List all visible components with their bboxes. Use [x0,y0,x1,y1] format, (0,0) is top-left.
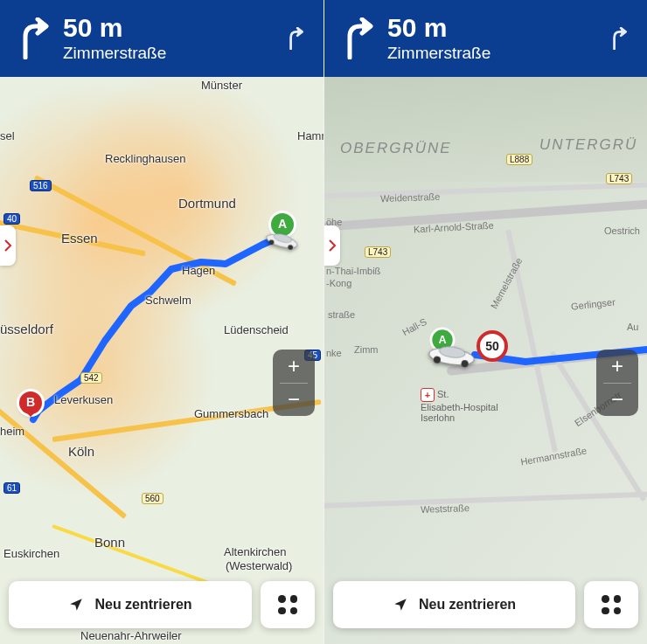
region-label: OBERGRÜNE [340,140,452,157]
road-shield: L743 [365,246,391,258]
menu-button[interactable] [584,581,638,628]
four-dots-icon [602,595,621,614]
nav-street: Zimmerstraße [63,44,280,63]
road-shield: 61 [3,482,20,494]
hospital-icon: + [421,388,435,402]
recenter-label: Neu zentrieren [419,597,516,613]
destination-marker-b: B [19,391,42,414]
chevron-right-icon [3,239,12,252]
route-line [324,0,647,644]
right-map-pane[interactable]: OBERGRÜNE UNTERGRÜ L888 L743 L743 Weiden… [324,0,647,644]
zoom-control: + − [273,350,315,416]
zoom-in-button[interactable]: + [596,350,638,383]
route-line [0,0,324,644]
region-label: UNTERGRÜ [539,136,637,154]
road-shield: 560 [142,493,163,504]
location-arrow-icon [68,597,84,613]
side-drawer-handle[interactable] [324,225,340,266]
side-drawer-handle[interactable] [0,225,16,266]
road-shield: 516 [30,180,52,191]
road-shield: 542 [80,372,102,384]
hospital-poi[interactable]: +St. Elisabeth-Hospital Iserlohn [421,388,498,423]
recenter-label: Neu zentrieren [94,597,191,613]
navigation-banner: 50 m Zimmerstraße [0,0,324,77]
road-shield: 40 [3,213,20,225]
turn-right-icon [337,14,380,63]
menu-button[interactable] [261,581,315,628]
location-arrow-icon [393,597,408,613]
zoom-control: + − [596,350,638,416]
zoom-out-button[interactable]: − [596,384,638,417]
nav-street: Zimmerstraße [387,44,603,63]
recenter-button[interactable]: Neu zentrieren [333,581,575,628]
nav-distance: 50 m [387,15,603,41]
next-turn-right-icon [280,27,311,50]
recenter-button[interactable]: Neu zentrieren [9,581,252,628]
navigation-banner: 50 m Zimmerstraße [324,0,647,77]
turn-right-icon [12,14,56,63]
next-turn-right-icon [603,27,635,50]
left-map-pane[interactable]: A B Münster Recklinghausen Dortmund Esse… [0,0,324,644]
nav-distance: 50 m [63,15,280,41]
speed-limit-sign: 50 [477,330,508,362]
road-shield: L743 [606,173,632,184]
four-dots-icon [278,595,297,614]
zoom-in-button[interactable]: + [273,350,315,383]
zoom-out-button[interactable]: − [273,384,315,417]
chevron-right-icon [328,239,337,252]
road-shield: L888 [506,154,532,165]
